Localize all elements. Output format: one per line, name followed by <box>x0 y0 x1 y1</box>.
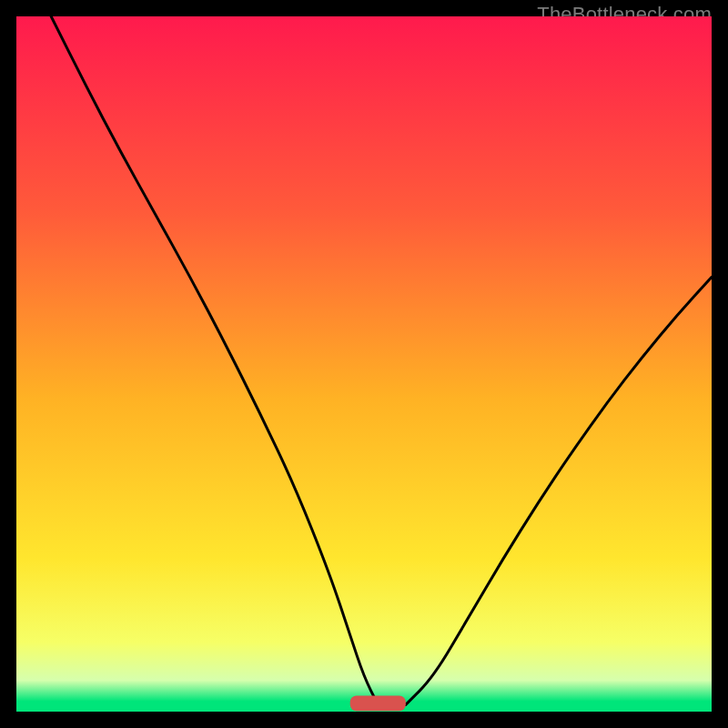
gradient-background <box>16 16 712 712</box>
chart-svg <box>16 16 712 712</box>
plot-area <box>16 16 712 712</box>
chart-frame: TheBottleneck.com <box>0 0 728 728</box>
optimum-marker <box>350 695 406 711</box>
